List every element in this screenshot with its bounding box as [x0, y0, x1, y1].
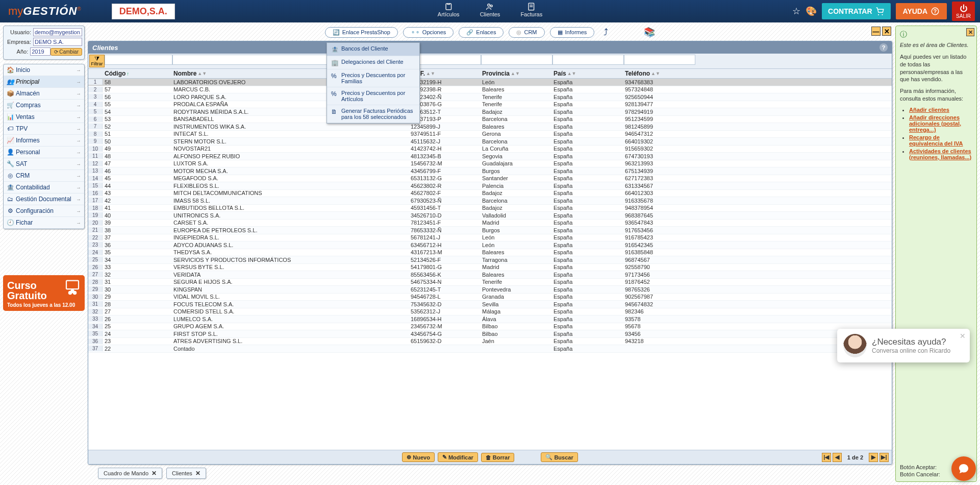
- chat-close-icon[interactable]: ✕: [960, 332, 966, 340]
- topnav-facturas[interactable]: Facturas: [520, 2, 542, 17]
- sidebar-item-almacén[interactable]: 📦Almacén→: [4, 88, 84, 100]
- sidebar-item-principal[interactable]: 👥Principal→: [4, 76, 84, 88]
- help-button[interactable]: AYUDA?: [896, 3, 947, 19]
- modificar-button[interactable]: ✎Modificar: [438, 452, 478, 462]
- chat-title: ¿Necesitas ayuda?: [872, 337, 950, 347]
- nav-icon: 🏦: [7, 184, 14, 191]
- user-label: Usuario:: [6, 29, 31, 35]
- opciones-dropdown: 🏦Bancos del Cliente🏢Delegaciones del Cli…: [326, 42, 420, 124]
- chevron-right-icon: →: [76, 103, 81, 108]
- help-link[interactable]: Añadir direcciones adicionales (postal, …: [909, 114, 961, 133]
- palette-icon[interactable]: 🎨: [806, 6, 817, 17]
- filter-pais[interactable]: [552, 55, 624, 65]
- center-column: 🔄Enlace PrestaShop ⚬⚬Opciones 🔗Enlaces ◎…: [88, 26, 892, 482]
- close-icon[interactable]: ✕: [152, 470, 157, 477]
- page-prev[interactable]: ◀: [833, 453, 842, 462]
- sidebar-item-contabilidad[interactable]: 🏦Contabilidad→: [4, 182, 84, 193]
- nav-icon: ⚙: [7, 207, 14, 214]
- user-panel: Usuario: Empresa: Año:⟳Cambiar: [3, 26, 85, 60]
- star-icon[interactable]: ☆: [792, 6, 800, 17]
- page-next[interactable]: ▶: [869, 453, 878, 462]
- close-button[interactable]: ✕: [882, 27, 891, 36]
- filter-telefono[interactable]: [624, 55, 695, 65]
- dropdown-item[interactable]: 🗎Generar Facturas Periódicas para los 58…: [327, 105, 419, 123]
- exit-button[interactable]: SALIR: [952, 2, 975, 21]
- sidebar-item-personal[interactable]: 👤Personal→: [4, 147, 84, 158]
- company-label: Empresa:: [6, 39, 31, 45]
- tb-opciones[interactable]: ⚬⚬Opciones: [403, 27, 454, 38]
- nuevo-button[interactable]: ⊕Nuevo: [402, 452, 435, 462]
- filter-codigo[interactable]: [105, 55, 172, 65]
- col-telefono[interactable]: Teléfono ▲▼: [623, 69, 694, 78]
- col-provincia[interactable]: Provincia ▲▼: [480, 69, 551, 78]
- chevron-right-icon: →: [76, 173, 81, 179]
- close-icon[interactable]: ✕: [195, 470, 200, 477]
- company-input[interactable]: [33, 38, 82, 46]
- dropdown-item[interactable]: 🏦Bancos del Cliente: [327, 43, 419, 56]
- chat-widget[interactable]: ✕ ¿Necesitas ayuda? Conversa online con …: [837, 329, 970, 362]
- tab-clientes[interactable]: Clientes✕: [166, 468, 206, 479]
- col-pais[interactable]: País ▲▼: [551, 69, 623, 78]
- chat-fab[interactable]: [951, 456, 976, 481]
- borrar-button[interactable]: 🗑Borrar: [481, 453, 515, 462]
- dropdown-item[interactable]: %Precios y Descuentos por Familias: [327, 69, 419, 87]
- year-input[interactable]: [30, 47, 51, 56]
- clients-grid-window: Clientes ? ⧩Filtrar Código ↑ Nombre ▲▼ C…: [88, 41, 892, 465]
- help-link[interactable]: Recargo de equivalencia del IVA: [909, 134, 963, 147]
- grid-body[interactable]: 158LABORATORIOS OVEJERO65732199-HLeónEsp…: [88, 79, 892, 450]
- top-right: ☆ 🎨 CONTRATAR AYUDA? SALIR: [792, 2, 975, 21]
- svg-rect-10: [66, 281, 79, 289]
- sidebar-item-configuración[interactable]: ⚙Configuración→: [4, 205, 84, 217]
- grid-title: Clientes: [92, 44, 118, 52]
- nav-icon: 👤: [7, 149, 14, 156]
- nav-icon: 📊: [7, 113, 14, 120]
- tb-prestashop[interactable]: 🔄Enlace PrestaShop: [325, 27, 398, 38]
- chevron-right-icon: →: [76, 150, 81, 155]
- top-bar: myGESTIÓN® DEMO,S.A. Artículos Clientes …: [0, 0, 980, 22]
- minimize-button[interactable]: —: [871, 27, 881, 36]
- sidebar-item-informes[interactable]: 📈Informes→: [4, 135, 84, 147]
- sidebar-item-gestión-documental[interactable]: 🗂Gestión Documental→: [4, 193, 84, 205]
- sidebar-item-crm[interactable]: ◎CRM→: [4, 170, 84, 182]
- page-last[interactable]: ▶|: [880, 453, 889, 462]
- tab-cuadro-mando[interactable]: Cuadro de Mando✕: [98, 468, 162, 479]
- chevron-right-icon: →: [76, 114, 81, 120]
- chevron-right-icon: →: [76, 161, 81, 167]
- sidebar-item-tpv[interactable]: 🏷TPV→: [4, 123, 84, 135]
- help-close-button[interactable]: ✕: [966, 28, 974, 36]
- page-first[interactable]: |◀: [822, 453, 831, 462]
- chevron-right-icon: →: [76, 91, 81, 96]
- help-p1: Aquí puedes ver un listado de todas las …: [900, 53, 972, 83]
- buscar-button[interactable]: 🔍Buscar: [541, 452, 577, 462]
- sidebar-item-compras[interactable]: 🛒Compras→: [4, 100, 84, 111]
- curso-banner[interactable]: Curso Gratuito Todos los jueves a las 12…: [3, 275, 85, 311]
- col-codigo[interactable]: Código ↑: [103, 69, 171, 78]
- change-button[interactable]: ⟳Cambiar: [51, 48, 82, 56]
- tb-enlaces[interactable]: 🔗Enlaces: [459, 27, 504, 38]
- nav-icon: 📈: [7, 137, 14, 144]
- topnav-clientes[interactable]: Clientes: [480, 2, 500, 17]
- sidebar-item-inicio[interactable]: 🏠Inicio→: [4, 64, 84, 76]
- top-center-nav: Artículos Clientes Facturas: [438, 2, 542, 17]
- dropdown-item[interactable]: %Precios y Descuentos por Artículos: [327, 87, 419, 105]
- tb-crm[interactable]: ◎CRM: [509, 27, 544, 38]
- hire-button[interactable]: CONTRATAR: [822, 3, 891, 19]
- grid-help-icon[interactable]: ?: [880, 43, 888, 52]
- avatar: [843, 334, 867, 357]
- tb-informes[interactable]: ▦Informes: [550, 27, 595, 38]
- topnav-articulos[interactable]: Artículos: [438, 2, 460, 17]
- filter-button[interactable]: ⧩Filtrar: [89, 55, 105, 67]
- sidebar-item-fichar[interactable]: 🕘Fichar→: [4, 217, 84, 229]
- share-icon[interactable]: ⤴: [604, 27, 608, 38]
- table-row[interactable]: 3722ContadoEspaña: [88, 345, 892, 353]
- chevron-right-icon: →: [76, 138, 81, 143]
- sidebar-item-sat[interactable]: 🔧SAT→: [4, 158, 84, 170]
- nav-icon: 📦: [7, 90, 14, 97]
- books-icon[interactable]: 📚: [644, 27, 655, 38]
- help-link[interactable]: Actividades de clientes (reuniones, llam…: [909, 148, 971, 160]
- sidebar-item-ventas[interactable]: 📊Ventas→: [4, 111, 84, 123]
- dropdown-item[interactable]: 🏢Delegaciones del Cliente: [327, 56, 419, 69]
- filter-provincia[interactable]: [481, 55, 552, 65]
- user-input[interactable]: [33, 28, 82, 36]
- help-link[interactable]: Añadir clientes: [909, 107, 949, 113]
